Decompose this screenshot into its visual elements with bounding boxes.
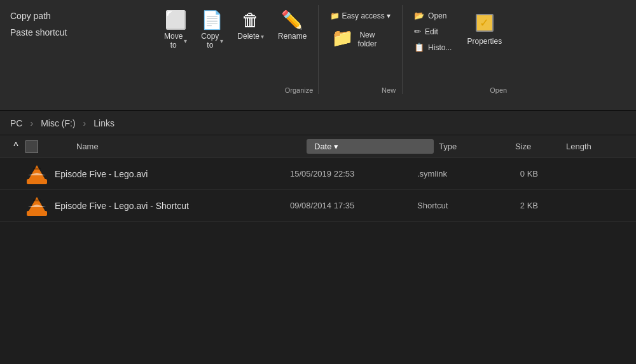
easy-access-icon: 📁 bbox=[330, 11, 340, 20]
edit-icon: ✏ bbox=[414, 27, 421, 36]
copy-to-label: Copyto bbox=[201, 32, 219, 50]
file-name-1: Episode Five - Lego.avi bbox=[55, 169, 290, 179]
new-label: New bbox=[382, 84, 396, 94]
address-bar: PC › Misc (F:) › Links bbox=[0, 111, 636, 135]
open-section-label: Open bbox=[490, 84, 507, 94]
properties-label: Properties bbox=[467, 37, 502, 46]
open-section-buttons: 📂 Open ✏ Edit 📋 Histo... ✓ bbox=[409, 5, 507, 84]
file-name-2: Episode Five - Lego.avi - Shortcut bbox=[55, 201, 290, 211]
delete-label: Delete bbox=[237, 32, 259, 41]
breadcrumb-pc[interactable]: PC bbox=[10, 118, 22, 128]
new-section-buttons: 📁 Easy access ▾ 📁 Newfolder bbox=[325, 5, 396, 84]
file-area: ^ Name Date ▾ Type Size Length Episode F… bbox=[0, 135, 636, 364]
file-icon-1 bbox=[25, 163, 48, 185]
history-icon: 📋 bbox=[414, 43, 424, 52]
length-column-header[interactable]: Length bbox=[561, 142, 612, 151]
rename-button[interactable]: ✏️ Rename bbox=[272, 9, 313, 43]
file-type-1: .symlink bbox=[417, 169, 494, 179]
sort-button[interactable]: ^ bbox=[6, 141, 25, 152]
file-size-1: 0 KB bbox=[494, 169, 544, 179]
history-label: Histo... bbox=[428, 43, 452, 52]
move-to-icon: ⬜ bbox=[165, 11, 187, 29]
move-to-arrow: ▾ bbox=[184, 37, 187, 44]
file-size-2: 2 KB bbox=[494, 201, 544, 210]
sort-icon: ^ bbox=[13, 141, 18, 152]
size-column-header[interactable]: Size bbox=[510, 142, 561, 151]
table-row[interactable]: Episode Five - Lego.avi 15/05/2019 22:53… bbox=[0, 158, 636, 190]
file-icon-2 bbox=[25, 194, 48, 217]
copy-to-button[interactable]: 📄 Copyto ▾ bbox=[195, 9, 230, 52]
delete-button[interactable]: 🗑 Delete ▾ bbox=[231, 9, 270, 43]
open-icon: 📂 bbox=[414, 11, 424, 20]
column-headers: ^ Name Date ▾ Type Size Length bbox=[0, 135, 636, 158]
organize-label: Organize bbox=[285, 84, 314, 94]
toolbar: Copy path Paste shortcut ⬜ Moveto ▾ 📄 Co… bbox=[0, 0, 636, 111]
file-date-1: 15/05/2019 22:53 bbox=[290, 169, 417, 179]
name-column-header[interactable]: Name bbox=[71, 142, 307, 151]
properties-icon: ✓ bbox=[473, 11, 496, 34]
new-folder-icon: 📁 bbox=[331, 29, 354, 47]
rename-label: Rename bbox=[278, 32, 307, 41]
breadcrumb-sep-2: › bbox=[83, 118, 86, 128]
date-header-arrow: ▾ bbox=[334, 142, 338, 151]
copy-to-icon: 📄 bbox=[201, 11, 223, 29]
toolbar-clipboard-section: Copy path Paste shortcut bbox=[0, 5, 153, 39]
paste-shortcut-button[interactable]: Paste shortcut bbox=[6, 25, 140, 39]
edit-label: Edit bbox=[425, 27, 438, 36]
delete-icon: 🗑 bbox=[242, 11, 259, 29]
breadcrumb-links[interactable]: Links bbox=[93, 118, 114, 128]
organize-section: ⬜ Moveto ▾ 📄 Copyto ▾ 🗑 Delete ▾ bbox=[153, 5, 319, 94]
easy-access-label: Easy access ▾ bbox=[342, 11, 391, 20]
new-folder-button[interactable]: 📁 Newfolder bbox=[325, 27, 396, 52]
organize-buttons: ⬜ Moveto ▾ 📄 Copyto ▾ 🗑 Delete ▾ bbox=[158, 5, 313, 84]
copy-to-arrow: ▾ bbox=[220, 37, 223, 44]
breadcrumb-misc[interactable]: Misc (F:) bbox=[41, 118, 75, 128]
file-type-2: Shortcut bbox=[417, 201, 494, 210]
file-date-2: 09/08/2014 17:35 bbox=[290, 201, 417, 210]
new-section: 📁 Easy access ▾ 📁 Newfolder New bbox=[319, 5, 403, 94]
rename-icon: ✏️ bbox=[281, 11, 303, 29]
move-to-label: Moveto bbox=[164, 32, 183, 50]
properties-button[interactable]: ✓ Properties bbox=[462, 9, 507, 48]
open-label: Open bbox=[428, 11, 446, 20]
new-folder-label: Newfolder bbox=[357, 30, 377, 48]
table-row[interactable]: Episode Five - Lego.avi - Shortcut 09/08… bbox=[0, 190, 636, 222]
move-to-button[interactable]: ⬜ Moveto ▾ bbox=[158, 9, 193, 52]
date-column-header[interactable]: Date ▾ bbox=[307, 139, 434, 154]
open-button[interactable]: 📂 Open bbox=[409, 9, 457, 22]
open-section: 📂 Open ✏ Edit 📋 Histo... ✓ bbox=[403, 5, 513, 94]
date-header-label: Date bbox=[314, 142, 331, 151]
delete-arrow: ▾ bbox=[261, 33, 264, 40]
copy-path-button[interactable]: Copy path bbox=[6, 9, 140, 23]
type-column-header[interactable]: Type bbox=[434, 142, 510, 151]
edit-button[interactable]: ✏ Edit bbox=[409, 25, 457, 38]
history-button[interactable]: 📋 Histo... bbox=[409, 41, 457, 54]
breadcrumb-sep-1: › bbox=[30, 118, 33, 128]
select-all-checkbox[interactable] bbox=[25, 140, 38, 153]
easy-access-button[interactable]: 📁 Easy access ▾ bbox=[325, 9, 396, 23]
